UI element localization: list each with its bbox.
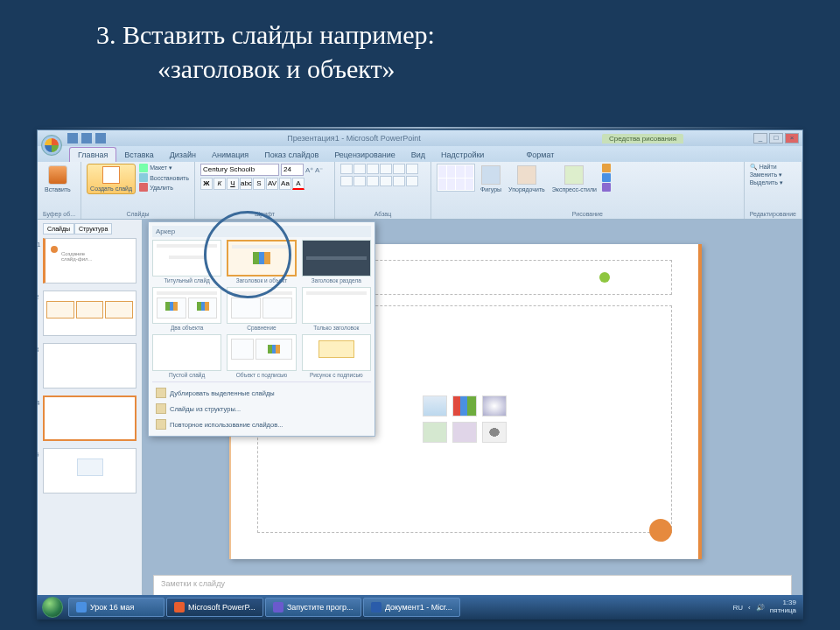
group-paragraph: Абзац (335, 162, 431, 219)
tab-home[interactable]: Главная (69, 147, 116, 162)
align-center-button[interactable] (354, 176, 366, 186)
tab-design[interactable]: Дизайн (162, 148, 204, 162)
titlebar: Презентация1 - Microsoft PowerPoint Сред… (38, 130, 802, 146)
strike-button[interactable]: abc (240, 178, 252, 190)
slide-thumbnail[interactable]: 4 (43, 396, 136, 441)
maximize-button[interactable]: □ (769, 133, 783, 144)
windows-taskbar: Урок 16 мая Microsoft PowerP... Запустит… (37, 595, 803, 620)
tab-addins[interactable]: Надстройки (433, 148, 492, 162)
tab-review[interactable]: Рецензирование (326, 148, 403, 162)
ribbon: Вставить Буфер об... Создать слайд Макет… (38, 162, 802, 220)
tray-volume-icon[interactable]: 🔊 (756, 604, 765, 612)
underline-button[interactable]: Ч (227, 178, 239, 190)
new-slide-button[interactable]: Создать слайд (87, 164, 136, 194)
group-slides: Создать слайд Макет ▾ Восстановить Удали… (81, 162, 195, 219)
layout-blank[interactable]: Пустой слайд (152, 334, 221, 378)
insert-media-icon[interactable] (482, 422, 507, 443)
office-button[interactable] (41, 135, 62, 156)
shape-fill-button[interactable] (602, 164, 611, 172)
shape-effects-button[interactable] (602, 183, 611, 192)
reset-button[interactable]: Восстановить (139, 173, 189, 182)
find-button[interactable]: 🔍 Найти (750, 164, 796, 171)
replace-button[interactable]: Заменить ▾ (750, 172, 796, 178)
layout-title-only[interactable]: Только заголовок (302, 287, 371, 331)
font-name-select[interactable]: Century Schoolb (200, 164, 279, 176)
spacing-button[interactable]: AV (266, 178, 278, 190)
slide-thumbnail[interactable]: 3 (43, 343, 136, 388)
ribbon-tabs: Главная Вставка Дизайн Анимация Показ сл… (38, 146, 802, 162)
duplicate-slides-item[interactable]: Дублировать выделенные слайды (152, 385, 371, 401)
numbering-button[interactable] (354, 164, 366, 174)
tab-insert[interactable]: Вставка (116, 148, 161, 162)
align-left-button[interactable] (340, 176, 353, 186)
layout-title-content[interactable]: Заголовок и объект (227, 240, 296, 284)
layout-title-slide[interactable]: Титульный слайд (152, 240, 221, 284)
shape-outline-button[interactable] (602, 173, 611, 182)
quick-styles-button[interactable]: Экспресс-стили (550, 164, 598, 194)
font-color-button[interactable]: A (292, 178, 304, 190)
redo-icon[interactable] (95, 133, 106, 144)
tab-animation[interactable]: Анимация (204, 148, 256, 162)
layout-button[interactable]: Макет ▾ (139, 164, 189, 172)
tab-format[interactable]: Формат (518, 148, 562, 162)
gallery-header: Apкeр (152, 226, 371, 237)
layout-content-caption[interactable]: Объект с подписью (227, 334, 296, 378)
insert-chart-icon[interactable] (452, 396, 477, 416)
system-tray[interactable]: RU ‹ 🔊 1:39пятница (733, 599, 802, 615)
separator (37, 127, 803, 129)
window-title: Презентация1 - Microsoft PowerPoint (106, 134, 602, 143)
bold-button[interactable]: Ж (200, 178, 213, 190)
instruction-title: 3. Вставить слайды например: «заголовок … (0, 0, 840, 94)
tray-clock[interactable]: 1:39пятница (770, 599, 796, 615)
paste-button[interactable]: Вставить (43, 164, 73, 194)
align-right-button[interactable] (367, 176, 379, 186)
slides-panel[interactable]: СлайдыСтруктура 1Создание слайд-фил... 2… (38, 220, 143, 603)
select-button[interactable]: Выделить ▾ (750, 179, 796, 186)
font-size-select[interactable]: 24 (281, 164, 304, 176)
decoration-dot (599, 272, 610, 283)
shapes-gallery[interactable] (437, 164, 475, 192)
taskbar-item[interactable]: Урок 16 мая (68, 598, 164, 617)
layout-comparison[interactable]: Сравнение (227, 287, 296, 331)
delete-slide-button[interactable]: Удалить (139, 183, 189, 192)
panel-tab-outline[interactable]: Структура (74, 223, 112, 234)
taskbar-item[interactable]: Документ1 - Micr... (363, 598, 460, 617)
insert-smartart-icon[interactable] (482, 396, 507, 416)
bullets-button[interactable] (340, 164, 353, 174)
slide-thumbnail[interactable]: 5 (43, 448, 136, 494)
decoration-circle (649, 519, 672, 542)
powerpoint-window: Презентация1 - Microsoft PowerPoint Сред… (37, 130, 803, 620)
case-button[interactable]: Aa (279, 178, 291, 190)
taskbar-item[interactable]: Microsoft PowerP... (166, 598, 263, 617)
save-icon[interactable] (67, 133, 78, 144)
quick-access-toolbar[interactable] (67, 133, 106, 144)
tab-view[interactable]: Вид (403, 148, 433, 162)
close-button[interactable]: × (785, 133, 799, 144)
layout-section-header[interactable]: Заголовок раздела (302, 240, 371, 284)
tray-language[interactable]: RU (733, 604, 744, 612)
justify-button[interactable] (380, 176, 392, 186)
tray-chevron-icon[interactable]: ‹ (748, 604, 751, 612)
insert-table-icon[interactable] (423, 396, 447, 416)
panel-tab-slides[interactable]: Слайды (43, 223, 74, 234)
group-drawing: Фигуры Упорядочить Экспресс-стили Рисова… (431, 162, 745, 219)
arrange-button[interactable]: Упорядочить (507, 164, 547, 194)
reuse-slides-item[interactable]: Повторное использование слайдов... (152, 416, 371, 432)
start-button[interactable] (38, 595, 66, 620)
layout-picture-caption[interactable]: Рисунок с подписью (302, 334, 371, 378)
insert-picture-icon[interactable] (423, 422, 447, 443)
layout-gallery-dropdown: Apкeр Титульный слайд Заголовок и объект… (148, 221, 375, 437)
slides-from-outline-item[interactable]: Слайды из структуры... (152, 401, 371, 416)
minimize-button[interactable]: _ (753, 133, 767, 144)
undo-icon[interactable] (81, 133, 92, 144)
insert-clipart-icon[interactable] (452, 422, 477, 443)
shadow-button[interactable]: S (253, 178, 265, 190)
taskbar-item[interactable]: Запустите прогр... (265, 598, 361, 617)
tab-slideshow[interactable]: Показ слайдов (256, 148, 326, 162)
shapes-button[interactable]: Фигуры (479, 164, 503, 194)
layout-two-content[interactable]: Два объекта (152, 287, 221, 331)
italic-button[interactable]: К (214, 178, 226, 190)
group-editing: 🔍 Найти Заменить ▾ Выделить ▾ Редактиров… (745, 162, 802, 219)
slide-thumbnail[interactable]: 2 (43, 290, 136, 336)
slide-thumbnail[interactable]: 1Создание слайд-фил... (43, 238, 136, 284)
